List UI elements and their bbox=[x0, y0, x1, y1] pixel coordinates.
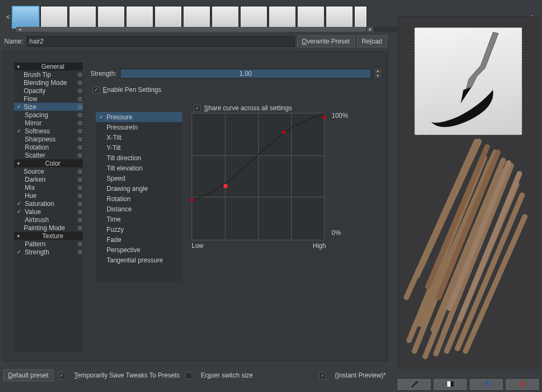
tree-item[interactable]: Airbrush⛓ bbox=[14, 216, 83, 224]
strength-spinner[interactable]: ▴▾ bbox=[375, 69, 381, 79]
tree-item[interactable]: Source⛓ bbox=[14, 167, 83, 175]
action-brush-button[interactable] bbox=[398, 379, 431, 390]
tree-item[interactable]: Painting Mode⛓ bbox=[14, 224, 83, 232]
action-fill-button[interactable] bbox=[470, 379, 503, 390]
preset-name-input[interactable] bbox=[26, 36, 294, 47]
link-icon[interactable]: ⛓ bbox=[78, 242, 82, 246]
scrollbar-thumb[interactable] bbox=[16, 27, 366, 32]
curve-point[interactable] bbox=[223, 184, 228, 188]
tree-item[interactable]: Darken⛓ bbox=[14, 175, 83, 183]
sensor-item[interactable]: Fade bbox=[96, 234, 182, 245]
instant-preview-checkbox[interactable] bbox=[319, 372, 326, 379]
tree-item[interactable]: ✓Strength⛓ bbox=[14, 248, 83, 256]
tree-header[interactable]: ▾Color bbox=[14, 159, 83, 167]
tree-item[interactable]: Mirror⛓ bbox=[14, 119, 83, 127]
link-icon[interactable]: ⛓ bbox=[78, 137, 82, 141]
temp-save-checkbox[interactable] bbox=[59, 372, 66, 379]
link-icon[interactable]: ⛓ bbox=[78, 105, 82, 109]
brush-thumb[interactable] bbox=[126, 6, 153, 28]
sensor-item[interactable]: Tangential pressure bbox=[96, 255, 182, 265]
tree-item[interactable]: Scatter⛓ bbox=[14, 151, 83, 159]
curve-point[interactable] bbox=[323, 116, 326, 119]
brush-thumb[interactable] bbox=[297, 6, 325, 28]
link-icon[interactable]: ⛓ bbox=[78, 210, 82, 214]
brush-thumb[interactable] bbox=[154, 6, 182, 28]
link-icon[interactable]: ⛓ bbox=[78, 202, 82, 206]
link-icon[interactable]: ⛓ bbox=[78, 97, 82, 101]
sensor-item[interactable]: ✓Pressure bbox=[96, 112, 182, 122]
enable-pen-settings-checkbox[interactable] bbox=[93, 87, 100, 94]
curve-point[interactable] bbox=[191, 198, 194, 202]
brush-thumb[interactable] bbox=[326, 6, 353, 28]
sensor-item[interactable]: Tilt direction bbox=[96, 153, 182, 163]
sensor-item[interactable]: PressureIn bbox=[96, 122, 182, 132]
link-icon[interactable]: ⛓ bbox=[78, 194, 82, 198]
tree-header[interactable]: ▾Texture bbox=[14, 232, 83, 240]
overwrite-preset-button[interactable]: OOverwrite Presetverwrite Preset bbox=[297, 35, 355, 47]
scroll-left-button[interactable]: ◂ bbox=[17, 27, 23, 32]
sensor-item[interactable]: Rotation bbox=[96, 194, 182, 204]
tree-item[interactable]: Rotation⛓ bbox=[14, 143, 83, 151]
brush-thumb[interactable] bbox=[97, 6, 125, 28]
tree-item[interactable]: Blending Mode⛓ bbox=[14, 79, 83, 87]
sensor-item[interactable]: Tilt elevation bbox=[96, 163, 182, 173]
sensor-item[interactable]: Fuzzy bbox=[96, 224, 182, 234]
default-preset-button[interactable]: Default preset bbox=[3, 369, 53, 381]
curve-point[interactable] bbox=[282, 131, 285, 134]
tree-header[interactable]: ▾General bbox=[14, 62, 83, 70]
sensor-item[interactable]: Y-Tilt bbox=[96, 142, 182, 153]
action-contrast-button[interactable] bbox=[434, 379, 467, 390]
link-icon[interactable]: ⛓ bbox=[78, 186, 82, 190]
brush-thumb[interactable] bbox=[354, 6, 367, 28]
sensor-item[interactable]: Drawing angle bbox=[96, 183, 182, 194]
sensor-item[interactable]: Speed bbox=[96, 173, 182, 183]
sensor-item[interactable]: Distance bbox=[96, 204, 182, 214]
sensor-list: ✓PressurePressureInX-TiltY-TiltTilt dire… bbox=[96, 112, 182, 281]
settings-tree: ▾GeneralBrush Tip⛓Blending Mode⛓Opacity⛓… bbox=[14, 62, 83, 352]
tree-item[interactable]: ✓Value⛓ bbox=[14, 208, 83, 216]
link-icon[interactable]: ⛓ bbox=[78, 81, 82, 85]
brush-thumb[interactable] bbox=[212, 6, 239, 28]
tree-item[interactable]: ✓Softness⛓ bbox=[14, 127, 83, 135]
brush-thumb[interactable] bbox=[269, 6, 296, 28]
strength-slider[interactable]: 1.00 bbox=[120, 69, 371, 79]
link-icon[interactable]: ⛓ bbox=[78, 250, 82, 254]
strength-label: Strength: bbox=[90, 70, 117, 77]
sensor-item[interactable]: Perspective bbox=[96, 245, 182, 255]
link-icon[interactable]: ⛓ bbox=[78, 73, 82, 77]
reload-button[interactable]: Reload bbox=[357, 35, 387, 47]
sensor-item[interactable]: Time bbox=[96, 214, 182, 224]
tree-item[interactable]: Spacing⛓ bbox=[14, 111, 83, 119]
link-icon[interactable]: ⛓ bbox=[78, 169, 82, 174]
tree-item[interactable]: Sharpness⛓ bbox=[14, 135, 83, 143]
tree-item[interactable]: Brush Tip⛓ bbox=[14, 70, 83, 79]
tree-item[interactable]: Hue⛓ bbox=[14, 191, 83, 199]
link-icon[interactable]: ⛓ bbox=[78, 177, 82, 182]
action-forbidden-button[interactable] bbox=[506, 379, 539, 390]
tree-item[interactable]: Opacity⛓ bbox=[14, 87, 83, 95]
tree-item[interactable]: Mix⛓ bbox=[14, 183, 83, 191]
link-icon[interactable]: ⛓ bbox=[78, 153, 82, 158]
tree-item[interactable]: Flow⛓ bbox=[14, 95, 83, 103]
link-icon[interactable]: ⛓ bbox=[78, 226, 82, 230]
brush-thumb[interactable] bbox=[12, 6, 39, 28]
link-icon[interactable]: ⛓ bbox=[78, 129, 82, 133]
link-icon[interactable]: ⛓ bbox=[78, 145, 82, 149]
tree-item[interactable]: ✓Saturation⛓ bbox=[14, 199, 83, 208]
brush-thumb[interactable] bbox=[240, 6, 268, 28]
brush-thumb[interactable] bbox=[40, 6, 68, 28]
link-icon[interactable]: ⛓ bbox=[78, 218, 82, 222]
curve-editor[interactable] bbox=[192, 113, 325, 240]
link-icon[interactable]: ⛓ bbox=[78, 113, 82, 117]
link-icon[interactable]: ⛓ bbox=[78, 121, 82, 125]
share-curve-checkbox[interactable] bbox=[194, 105, 201, 112]
tree-item[interactable]: Pattern⛓ bbox=[14, 240, 83, 248]
eraser-switch-checkbox[interactable] bbox=[185, 372, 192, 379]
link-icon[interactable]: ⛓ bbox=[78, 89, 82, 93]
scroll-right-button[interactable]: ▸ bbox=[367, 27, 373, 32]
sensor-item[interactable]: X-Tilt bbox=[96, 132, 182, 142]
brush-thumb[interactable] bbox=[183, 6, 210, 28]
brush-thumb[interactable] bbox=[69, 6, 96, 28]
carousel-prev[interactable]: < bbox=[4, 13, 12, 21]
tree-item[interactable]: ✓Size⛓ bbox=[14, 103, 83, 111]
